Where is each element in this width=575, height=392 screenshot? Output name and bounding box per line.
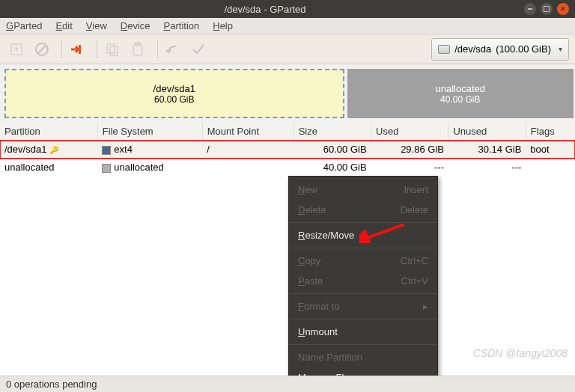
- col-partition[interactable]: Partition: [0, 123, 97, 141]
- col-filesystem[interactable]: File System: [97, 123, 202, 141]
- new-icon[interactable]: +: [6, 39, 27, 60]
- col-unused[interactable]: Unused: [448, 123, 526, 141]
- svg-text:+: +: [13, 43, 19, 55]
- fs-swatch-icon: [102, 164, 111, 173]
- segment-name: /dev/sda1: [153, 83, 195, 94]
- partition-segment-sda1[interactable]: /dev/sda1 60.00 GiB: [4, 69, 344, 118]
- menu-gparted[interactable]: GParted: [6, 20, 42, 31]
- window-minimize-button[interactable]: [524, 3, 536, 15]
- separator: [61, 40, 62, 58]
- watermark-text: CSDN @tangyi2008: [473, 347, 568, 359]
- content-area: NewInsert DeleteDelete Resize/Move CopyC…: [0, 176, 575, 376]
- menu-partition[interactable]: Partition: [164, 20, 200, 31]
- unused-cell: ---: [448, 159, 526, 177]
- context-menu: NewInsert DeleteDelete Resize/Move CopyC…: [288, 176, 438, 376]
- flags-cell: [526, 159, 575, 177]
- delete-icon[interactable]: [31, 39, 52, 60]
- segment-name: unallocated: [436, 83, 486, 94]
- unused-cell: 30.14 GiB: [448, 141, 526, 159]
- ctx-paste[interactable]: PasteCtrl+V: [289, 271, 437, 291]
- partition-table: Partition File System Mount Point Size U…: [0, 123, 575, 176]
- separator: [289, 293, 437, 294]
- fs-swatch-icon: [102, 146, 111, 155]
- toolbar: + /dev/sda (100.00 GiB) ▾: [0, 34, 575, 64]
- svg-line-3: [38, 46, 46, 53]
- copy-icon[interactable]: [102, 39, 123, 60]
- partition-name: unallocated: [0, 159, 97, 177]
- ctx-copy[interactable]: CopyCtrl+C: [289, 251, 437, 271]
- col-size[interactable]: Size: [293, 123, 371, 141]
- flags-cell: boot: [526, 141, 575, 159]
- window-title: /dev/sda - GParted: [6, 4, 524, 15]
- menu-help[interactable]: Help: [213, 20, 233, 31]
- separator: [289, 319, 437, 319]
- status-text: 0 operations pending: [6, 379, 97, 390]
- size-cell: 40.00 GiB: [293, 159, 371, 177]
- partition-name: /dev/sda1: [4, 144, 46, 155]
- partition-bar: /dev/sda1 60.00 GiB unallocated 40.00 Gi…: [0, 64, 575, 123]
- window-maximize-button[interactable]: [541, 3, 553, 15]
- apply-icon[interactable]: [188, 39, 209, 60]
- table-row[interactable]: /dev/sda1 🔑 ext4 / 60.00 GiB 29.86 GiB 3…: [0, 141, 575, 159]
- mount-point: /: [202, 141, 293, 159]
- menu-view[interactable]: View: [86, 20, 107, 31]
- ctx-new[interactable]: NewInsert: [289, 180, 437, 200]
- chevron-down-icon: ▾: [559, 45, 562, 53]
- segment-size: 40.00 GiB: [440, 94, 480, 105]
- used-cell: ---: [371, 159, 448, 177]
- fs-label: ext4: [114, 144, 133, 155]
- size-cell: 60.00 GiB: [293, 141, 371, 159]
- menu-device[interactable]: Device: [121, 20, 150, 31]
- ctx-unmount[interactable]: Unmount: [289, 322, 437, 342]
- statusbar: 0 operations pending: [0, 376, 575, 392]
- col-flags[interactable]: Flags: [526, 123, 575, 141]
- lock-icon: 🔑: [49, 146, 58, 154]
- table-row[interactable]: unallocated unallocated 40.00 GiB --- --…: [0, 159, 575, 177]
- separator: [289, 248, 437, 248]
- device-size: (100.00 GiB): [496, 43, 551, 55]
- svg-rect-6: [110, 46, 118, 55]
- col-mount[interactable]: Mount Point: [202, 123, 293, 141]
- device-selector[interactable]: /dev/sda (100.00 GiB) ▾: [431, 38, 569, 61]
- undo-icon[interactable]: [162, 39, 183, 60]
- separator: [157, 40, 158, 58]
- ctx-manage-flags[interactable]: Manage Flags: [289, 367, 437, 376]
- menu-edit[interactable]: Edit: [55, 20, 72, 31]
- segment-size: 60.00 GiB: [154, 94, 194, 105]
- used-cell: 29.86 GiB: [371, 141, 448, 159]
- annotation-arrow-icon: [359, 221, 412, 243]
- col-used[interactable]: Used: [371, 123, 448, 141]
- svg-line-9: [363, 224, 404, 239]
- separator: [289, 344, 437, 345]
- resize-move-icon[interactable]: [67, 39, 88, 60]
- menubar: GParted Edit View Device Partition Help: [0, 18, 575, 34]
- separator: [97, 40, 97, 58]
- mount-point: [202, 159, 293, 177]
- disk-icon: [438, 45, 450, 54]
- window-close-button[interactable]: [557, 3, 569, 15]
- svg-rect-5: [107, 44, 115, 53]
- titlebar: /dev/sda - GParted: [0, 0, 575, 18]
- ctx-name-partition[interactable]: Name Partition: [289, 347, 437, 367]
- fs-label: unallocated: [114, 162, 164, 173]
- ctx-format-to[interactable]: Format to: [289, 296, 437, 316]
- paste-icon[interactable]: [127, 39, 148, 60]
- device-path: /dev/sda: [454, 43, 491, 55]
- partition-segment-unallocated[interactable]: unallocated 40.00 GiB: [347, 69, 574, 118]
- svg-rect-4: [79, 45, 81, 54]
- ctx-delete[interactable]: DeleteDelete: [289, 200, 437, 220]
